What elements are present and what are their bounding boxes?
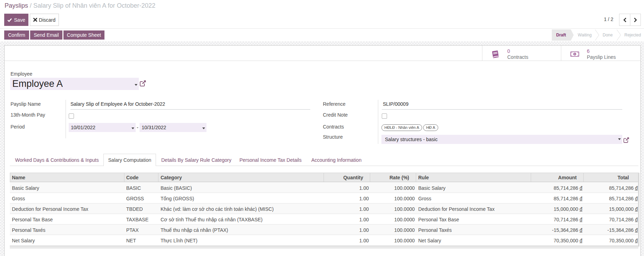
svg-text:1: 1 — [574, 53, 575, 56]
